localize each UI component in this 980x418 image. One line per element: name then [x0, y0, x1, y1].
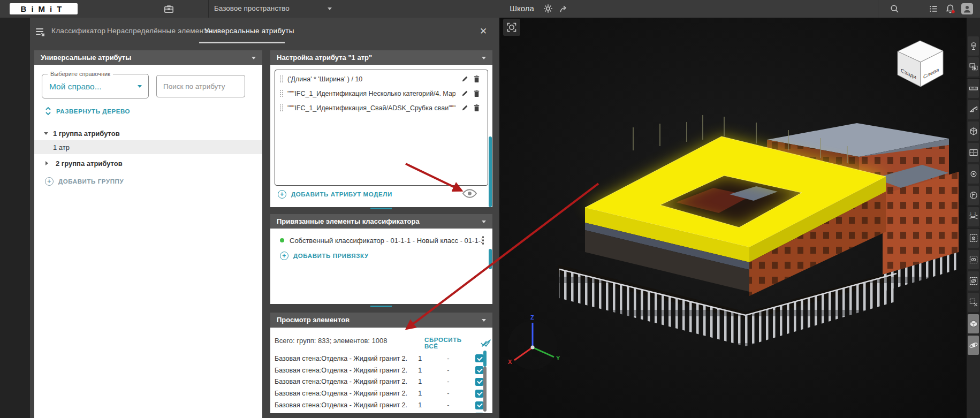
attribute-settings-header[interactable]: Настройка атрибута "1 атр" — [270, 50, 492, 65]
section-resize-handle[interactable] — [370, 306, 392, 307]
view-cube-icon[interactable] — [968, 314, 979, 333]
row-checkbox[interactable] — [475, 413, 483, 413]
left-icon-sidebar — [0, 18, 30, 418]
share-icon[interactable] — [558, 3, 569, 17]
chevron-down-icon — [482, 319, 486, 324]
section-resize-handle[interactable] — [370, 208, 392, 209]
formula-row[interactable]: """IFC_1_Идентификация Несколько категор… — [275, 86, 488, 101]
svg-text:Z: Z — [530, 314, 534, 321]
svg-text:2: 2 — [974, 212, 976, 215]
row-checkbox[interactable] — [475, 390, 483, 398]
drag-handle-icon[interactable] — [279, 75, 284, 83]
drag-handle-icon[interactable] — [279, 104, 284, 112]
app-logo: BiMiT — [10, 3, 78, 14]
3d-canvas[interactable]: Сзади Слева Z X Y — [499, 18, 967, 418]
table-row[interactable]: Базовая стена:Отделка - Жидкий гранит 2.… — [270, 387, 483, 399]
reference-select[interactable]: Выберите справочник Мой справо... — [42, 74, 149, 98]
section-plane-icon[interactable] — [968, 100, 979, 119]
element-preview-header[interactable]: Просмотр элементов — [270, 313, 492, 327]
orbit-icon[interactable] — [968, 336, 979, 355]
deselect-all-icon — [480, 339, 492, 347]
expand-tree-button[interactable]: РАЗВЕРНУТЬ ДЕРЕВО — [45, 107, 130, 116]
tab-universal-attributes[interactable]: Универсальные атрибуты — [204, 27, 294, 35]
floorplan-icon[interactable] — [968, 143, 979, 162]
formula-row[interactable]: ('Длина' * 'Ширина' ) / 10 — [275, 72, 488, 86]
topbar-divider — [208, 0, 209, 18]
user-avatar[interactable] — [961, 3, 973, 14]
select-caret-icon — [138, 85, 142, 90]
attribute-settings-body: ('Длина' * 'Ширина' ) / 10 """IFC_1_Иден… — [270, 65, 492, 207]
list-menu-icon[interactable] — [928, 3, 939, 17]
table-row[interactable]: Базовая стена:Отделка - Жидкий гранит 2.… — [270, 399, 483, 411]
table-row[interactable]: Базовая стена:Отделка - Жидкий гранит 2.… — [270, 364, 483, 376]
add-binding-button[interactable]: + ДОБАВИТЬ ПРИВЯЗКУ — [280, 252, 369, 260]
edit-pencil-icon[interactable] — [459, 88, 470, 100]
table-row[interactable]: Базовая стена:Отделка - Жидкий гранит 2.… — [270, 411, 483, 413]
delete-trash-icon[interactable] — [470, 88, 482, 100]
flag-circle-icon[interactable] — [968, 186, 979, 205]
plus-circle-icon: + — [278, 190, 286, 199]
chevron-right-icon — [45, 161, 50, 165]
drag-handle-icon[interactable] — [279, 89, 284, 97]
cube-section-icon[interactable] — [968, 121, 979, 141]
focus-target-icon[interactable] — [968, 164, 979, 184]
notifications-bell-icon[interactable] — [944, 3, 956, 17]
table-row[interactable]: Базовая стена:Отделка - Жидкий гранит 2.… — [270, 353, 483, 364]
svg-text:Y: Y — [556, 355, 560, 361]
hide-selection-icon[interactable] — [968, 271, 979, 291]
binding-item[interactable]: Собственный классификатор - 01-1-1 - Нов… — [270, 234, 492, 247]
bound-elements-header[interactable]: Привязанные элементы классификатора — [270, 214, 492, 229]
workspace-selector[interactable]: Базовое пространство — [214, 4, 290, 12]
preview-eye-icon[interactable] — [462, 188, 477, 201]
fit-view-button[interactable] — [503, 19, 520, 36]
reset-all-button[interactable]: СБРОСИТЬ ВСЁ — [424, 337, 492, 349]
formula-row[interactable]: """IFC_1_Идентификация_Свай/ADSK_Срубка … — [275, 101, 488, 115]
delete-trash-icon[interactable] — [470, 73, 482, 85]
search-icon[interactable] — [889, 3, 900, 17]
edit-pencil-icon[interactable] — [459, 73, 470, 85]
left-column-header[interactable]: Универсальные атрибуты — [34, 50, 262, 65]
settings-gear-icon[interactable] — [542, 3, 554, 17]
plus-circle-icon: + — [45, 177, 54, 186]
scrollbar-thumb[interactable] — [489, 249, 492, 269]
plus-circle-icon: + — [280, 252, 288, 260]
axes-levels-icon[interactable]: 12 — [968, 207, 979, 226]
clear-selection-icon[interactable] — [968, 293, 979, 312]
panel-collapse-icon[interactable] — [34, 26, 47, 41]
chevron-down-icon — [44, 132, 48, 137]
row-checkbox[interactable] — [475, 366, 483, 374]
edit-pencil-icon[interactable] — [459, 102, 470, 114]
layers-select-icon[interactable] — [968, 57, 979, 77]
tree-item-1atr[interactable]: 1 атр — [34, 140, 262, 154]
briefcase-icon[interactable] — [163, 3, 175, 17]
ruler-icon[interactable] — [968, 79, 979, 98]
chevron-down-icon — [482, 57, 486, 62]
chevron-down-icon — [252, 57, 256, 62]
workspace-caret-icon[interactable] — [328, 7, 332, 12]
show-selection-icon[interactable] — [968, 250, 979, 269]
tab-unallocated-elements[interactable]: Нераспределённые элементы — [107, 27, 212, 35]
row-checkbox[interactable] — [475, 354, 483, 362]
scrollbar-thumb[interactable] — [483, 351, 487, 367]
status-dot-icon — [280, 238, 284, 242]
tab-classifier[interactable]: Классификатор — [51, 27, 105, 35]
scrollbar-thumb[interactable] — [489, 136, 492, 207]
left-column-body: Выберите справочник Мой справо... РАЗВЕР… — [34, 65, 262, 418]
close-panel-icon[interactable]: ✕ — [480, 26, 487, 37]
add-group-button[interactable]: + ДОБАВИТЬ ГРУППУ — [45, 177, 124, 186]
tree-icon[interactable] — [968, 36, 979, 56]
row-checkbox[interactable] — [475, 378, 483, 386]
topbar-divider-right — [878, 0, 878, 18]
row-checkbox[interactable] — [475, 401, 483, 409]
add-model-attribute-button[interactable]: + ДОБАВИТЬ АТРИБУТ МОДЕЛИ — [278, 190, 392, 199]
kebab-menu-icon[interactable] — [482, 236, 484, 245]
tree-group-1[interactable]: 1 группа атрибутов — [34, 126, 262, 140]
table-row[interactable]: Базовая стена:Отделка - Жидкий гранит 2.… — [270, 376, 483, 388]
attribute-search-input[interactable] — [156, 75, 245, 97]
isolate-box-icon[interactable] — [968, 229, 979, 248]
tree-group-2[interactable]: 2 группа атрибутов — [34, 156, 262, 170]
svg-text:1: 1 — [970, 212, 971, 215]
delete-trash-icon[interactable] — [470, 102, 482, 114]
scrollbar-track[interactable] — [483, 367, 487, 412]
bound-elements-body: Собственный классификатор - 01-1-1 - Нов… — [270, 229, 492, 304]
